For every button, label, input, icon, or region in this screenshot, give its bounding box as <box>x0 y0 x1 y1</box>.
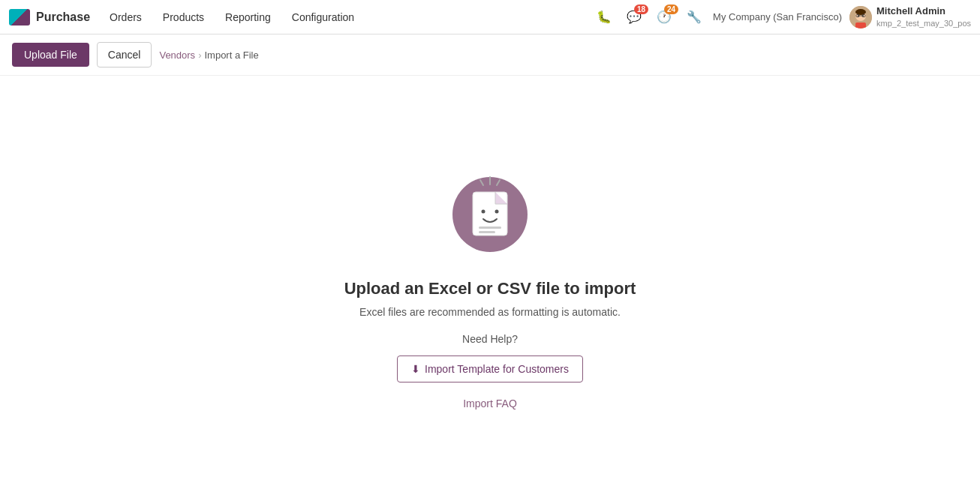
need-help-text: Need Help? <box>462 333 518 345</box>
clock-badge: 24 <box>664 4 678 14</box>
svg-point-13 <box>495 210 499 214</box>
main-content: Upload an Excel or CSV file to import Ex… <box>0 76 980 494</box>
import-faq-link[interactable]: Import FAQ <box>463 398 517 410</box>
cancel-button[interactable]: Cancel <box>97 42 152 68</box>
breadcrumb-current: Import a File <box>204 50 258 61</box>
svg-point-2 <box>855 9 866 15</box>
brand-icon <box>9 9 30 26</box>
avatar-svg <box>849 6 872 28</box>
nav-item-orders[interactable]: Orders <box>99 0 152 34</box>
import-template-label: Import Template for Customers <box>425 363 569 375</box>
company-section[interactable]: My Company (San Francisco) <box>713 11 842 22</box>
svg-point-12 <box>482 210 485 214</box>
upload-file-button[interactable]: Upload File <box>12 43 89 67</box>
chat-badge: 18 <box>634 4 648 14</box>
user-name: Mitchell Admin <box>876 5 971 18</box>
brand[interactable]: Purchase <box>9 9 90 26</box>
nav-item-products[interactable]: Products <box>152 0 215 34</box>
upload-title: Upload an Excel or CSV file to import <box>344 279 636 298</box>
svg-rect-15 <box>479 231 495 233</box>
wrench-icon: 🔧 <box>687 10 702 24</box>
nav-item-configuration[interactable]: Configuration <box>281 0 365 34</box>
bug-icon: 🐛 <box>597 10 612 24</box>
clock-icon-btn[interactable]: 🕐 24 <box>653 6 675 28</box>
svg-rect-10 <box>473 192 507 236</box>
import-template-button[interactable]: ⬇ Import Template for Customers <box>397 356 583 382</box>
breadcrumb-link[interactable]: Vendors <box>159 50 195 61</box>
action-bar: Upload File Cancel Vendors › Import a Fi… <box>0 34 980 76</box>
user-sub: kmp_2_test_may_30_pos <box>876 18 971 28</box>
brand-label: Purchase <box>36 10 90 24</box>
company-label: My Company (San Francisco) <box>713 11 842 22</box>
bug-icon-btn[interactable]: 🐛 <box>593 6 615 28</box>
breadcrumb-separator: › <box>198 50 201 61</box>
user-info: Mitchell Admin kmp_2_test_may_30_pos <box>876 5 971 28</box>
user-section[interactable]: Mitchell Admin kmp_2_test_may_30_pos <box>849 5 971 28</box>
navbar-right: 🐛 💬 18 🕐 24 🔧 My Company (San Francisco) <box>593 5 971 28</box>
chat-icon-btn[interactable]: 💬 18 <box>623 6 645 28</box>
upload-illustration <box>441 160 539 258</box>
breadcrumb: Vendors › Import a File <box>159 50 258 61</box>
nav-menu: Orders Products Reporting Configuration <box>99 0 593 34</box>
avatar <box>849 6 872 28</box>
wrench-icon-btn[interactable]: 🔧 <box>683 6 705 28</box>
illustration-svg <box>441 160 539 258</box>
svg-rect-14 <box>479 226 501 229</box>
svg-rect-8 <box>855 22 866 28</box>
nav-item-reporting[interactable]: Reporting <box>215 0 281 34</box>
download-icon: ⬇ <box>411 363 420 375</box>
upload-subtitle: Excel files are recommended as formattin… <box>359 306 621 318</box>
navbar: Purchase Orders Products Reporting Confi… <box>0 0 980 34</box>
